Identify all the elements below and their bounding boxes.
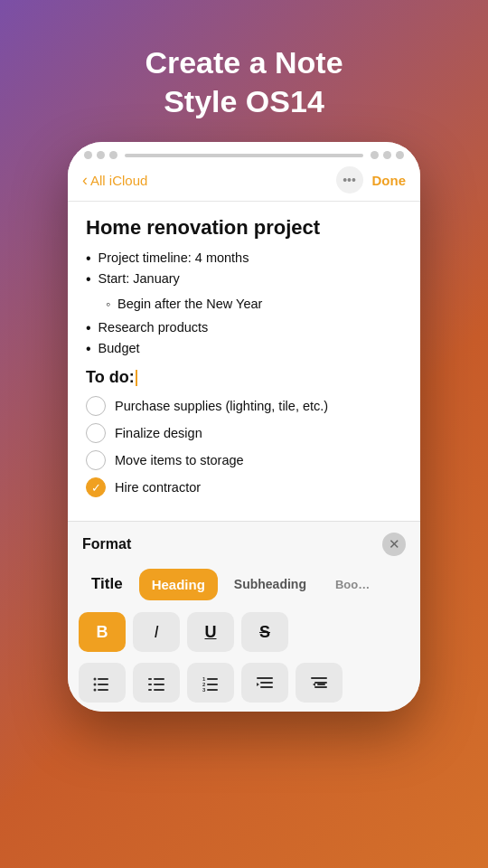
svg-rect-9 bbox=[154, 684, 164, 685]
svg-rect-20 bbox=[260, 686, 273, 688]
svg-point-0 bbox=[94, 678, 97, 681]
sub-bullet-list: Begin after the New Year bbox=[106, 297, 402, 311]
svg-rect-1 bbox=[98, 678, 108, 680]
style-row: Title Heading Subheading Boo… bbox=[68, 563, 420, 609]
svg-rect-24 bbox=[317, 684, 325, 685]
dot-1 bbox=[84, 151, 92, 159]
note-title: Home renovation project bbox=[86, 216, 402, 240]
unordered-list-icon bbox=[92, 673, 112, 693]
svg-rect-6 bbox=[148, 678, 152, 680]
outdent-button[interactable] bbox=[296, 663, 343, 703]
checkbox-1[interactable] bbox=[86, 396, 106, 416]
bullet-list: Project timeline: 4 months Start: Januar… bbox=[86, 250, 402, 288]
text-cursor bbox=[136, 370, 137, 386]
hero-title: Create a Note Style OS14 bbox=[108, 0, 379, 142]
back-label[interactable]: All iCloud bbox=[90, 173, 147, 188]
indent-button[interactable] bbox=[241, 663, 288, 703]
numbered-list-icon: 1 2 3 bbox=[201, 673, 221, 693]
italic-button[interactable]: I bbox=[133, 612, 180, 652]
svg-rect-11 bbox=[154, 689, 164, 691]
svg-text:3: 3 bbox=[202, 687, 206, 693]
done-button[interactable]: Done bbox=[372, 173, 407, 188]
list-item: Start: January bbox=[86, 271, 402, 288]
dot-4 bbox=[371, 151, 379, 159]
style-title-button[interactable]: Title bbox=[79, 567, 136, 601]
back-button[interactable]: ‹ All iCloud bbox=[82, 171, 147, 190]
todo-heading: To do: bbox=[86, 368, 402, 387]
status-line bbox=[125, 154, 363, 157]
list-item: Research products bbox=[86, 320, 402, 336]
svg-point-2 bbox=[94, 684, 97, 686]
format-label: Format bbox=[82, 536, 131, 552]
svg-rect-8 bbox=[148, 684, 152, 685]
text-style-row: B I U S bbox=[68, 609, 420, 659]
svg-rect-19 bbox=[260, 682, 273, 684]
indent-icon bbox=[255, 673, 275, 693]
style-subheading-button[interactable]: Subheading bbox=[221, 569, 319, 599]
format-header: Format ✕ bbox=[68, 522, 420, 563]
phone-frame: ‹ All iCloud ••• Done Home renovation pr… bbox=[68, 142, 420, 712]
dot-3 bbox=[109, 151, 117, 159]
list-style-row: 1 2 3 bbox=[68, 659, 420, 712]
svg-rect-17 bbox=[207, 689, 218, 691]
status-dots-left bbox=[84, 151, 117, 159]
list-item: Budget bbox=[86, 341, 402, 357]
checkbox-2[interactable] bbox=[86, 423, 106, 443]
svg-point-4 bbox=[94, 689, 97, 692]
more-button[interactable]: ••• bbox=[336, 166, 363, 193]
todo-item: ✓ Hire contractor bbox=[86, 477, 402, 497]
dot-5 bbox=[383, 151, 391, 159]
outdent-icon bbox=[309, 673, 329, 693]
strikethrough-button[interactable]: S bbox=[241, 612, 288, 652]
unordered-list-button[interactable] bbox=[79, 663, 126, 703]
svg-rect-15 bbox=[207, 684, 218, 685]
svg-rect-3 bbox=[98, 684, 108, 685]
svg-rect-21 bbox=[311, 677, 327, 679]
dash-list-button[interactable] bbox=[133, 663, 180, 703]
numbered-list-button[interactable]: 1 2 3 bbox=[187, 663, 234, 703]
todo-item: Finalize design bbox=[86, 423, 402, 443]
dash-list-icon bbox=[146, 673, 166, 693]
svg-rect-23 bbox=[314, 686, 327, 688]
bullet-list-2: Research products Budget bbox=[86, 320, 402, 357]
bold-button[interactable]: B bbox=[79, 612, 126, 652]
todo-list: Purchase supplies (lighting, tile, etc.)… bbox=[86, 396, 402, 497]
note-content: Home renovation project Project timeline… bbox=[68, 202, 420, 521]
svg-rect-18 bbox=[257, 677, 273, 679]
svg-rect-7 bbox=[154, 678, 164, 680]
list-item: Begin after the New Year bbox=[106, 297, 402, 311]
svg-rect-10 bbox=[148, 689, 152, 691]
svg-rect-5 bbox=[98, 689, 108, 691]
nav-bar: ‹ All iCloud ••• Done bbox=[68, 163, 420, 202]
dot-2 bbox=[97, 151, 105, 159]
checkbox-4[interactable]: ✓ bbox=[86, 477, 106, 497]
status-bar bbox=[68, 142, 420, 163]
dot-6 bbox=[396, 151, 404, 159]
style-body-button[interactable]: Boo… bbox=[323, 570, 382, 599]
todo-item: Move items to storage bbox=[86, 450, 402, 470]
status-dots-right bbox=[371, 151, 404, 159]
checkbox-3[interactable] bbox=[86, 450, 106, 470]
svg-rect-22 bbox=[314, 682, 327, 684]
todo-item: Purchase supplies (lighting, tile, etc.) bbox=[86, 396, 402, 416]
underline-button[interactable]: U bbox=[187, 612, 234, 652]
format-close-button[interactable]: ✕ bbox=[382, 533, 406, 556]
nav-actions: ••• Done bbox=[336, 166, 407, 193]
back-chevron-icon: ‹ bbox=[82, 171, 88, 190]
format-panel: Format ✕ Title Heading Subheading Boo… B… bbox=[68, 521, 420, 712]
style-heading-button[interactable]: Heading bbox=[139, 569, 218, 600]
svg-rect-13 bbox=[207, 678, 218, 680]
list-item: Project timeline: 4 months bbox=[86, 250, 402, 267]
